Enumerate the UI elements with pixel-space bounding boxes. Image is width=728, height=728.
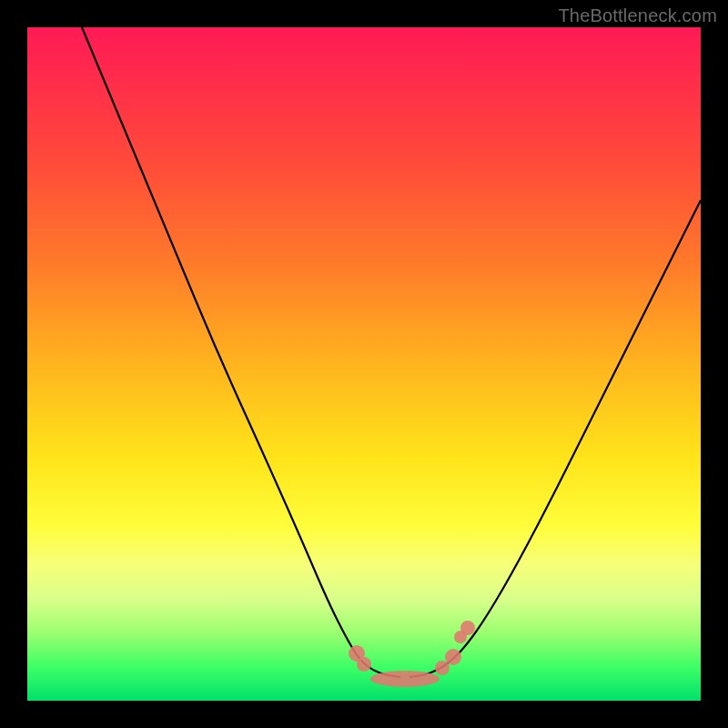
data-marker-6: [460, 621, 475, 635]
data-marker-1: [357, 657, 371, 672]
right-curve: [410, 200, 701, 677]
data-marker-2: [370, 671, 440, 687]
left-curve: [82, 27, 400, 677]
chart-container: TheBottleneck.com: [0, 0, 728, 728]
data-marker-3: [435, 661, 450, 675]
chart-svg: [27, 27, 701, 701]
data-marker-4: [445, 649, 461, 665]
plot-area: [27, 27, 701, 701]
markers-layer: [349, 621, 475, 687]
watermark-text: TheBottleneck.com: [558, 5, 717, 26]
curves-layer: [82, 27, 701, 677]
